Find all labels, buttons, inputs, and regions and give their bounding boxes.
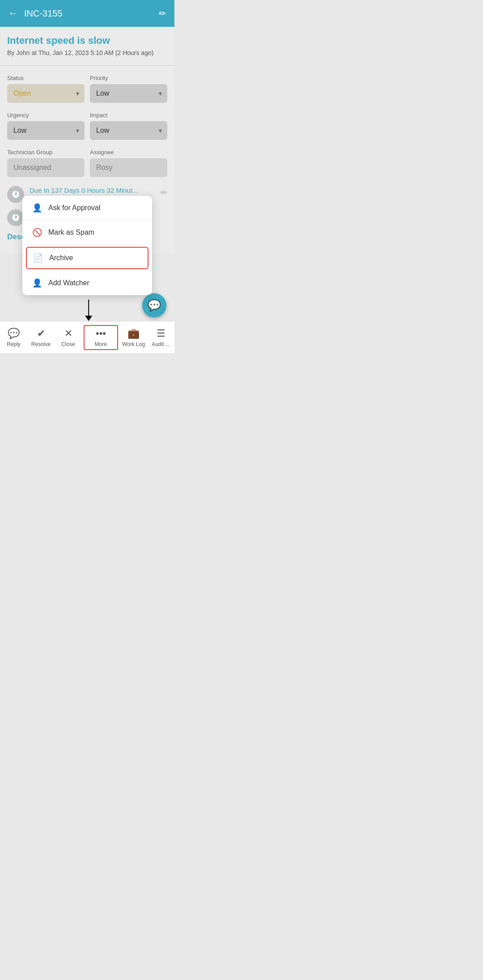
bottom-navigation: 💬 Reply ✔ Resolve ✕ Close ••• More 💼 Wor…: [0, 321, 174, 353]
due-edit-icon-1[interactable]: ✏: [161, 188, 167, 198]
chat-fab-button[interactable]: 💬: [142, 293, 166, 317]
divider: [0, 65, 174, 66]
header-left: ← INC-3155: [8, 8, 63, 19]
priority-label: Priority: [90, 75, 167, 81]
due-clock-icon-1: 🕐: [7, 186, 24, 203]
nav-close[interactable]: ✕ Close: [55, 324, 82, 351]
add-watcher-icon: 👤: [32, 278, 42, 288]
mark-spam-item[interactable]: 🚫 Mark as Spam: [22, 220, 152, 245]
more-dropdown-popup: 👤 Ask for Approval 🚫 Mark as Spam 📄 Arch…: [22, 196, 152, 295]
arrow-head: [85, 316, 92, 321]
add-watcher-item[interactable]: 👤 Add Watcher: [22, 271, 152, 295]
archive-icon: 📄: [33, 253, 43, 263]
nav-more[interactable]: ••• More: [84, 325, 118, 350]
due-clock-icon-2: 🕐: [7, 209, 24, 226]
tech-group-value: Unassigned: [7, 158, 85, 177]
nav-audit[interactable]: ☰ Audit ...: [147, 324, 174, 351]
arrow-line: [88, 300, 89, 316]
tech-assignee-row: Technician Group Unassigned Assignee Ros…: [7, 149, 167, 177]
ticket-meta: By John at Thu, Jan 12, 2023 5:10 AM (2 …: [7, 49, 167, 56]
worklog-icon: 💼: [127, 328, 140, 339]
status-priority-row: Status Open Priority Low: [7, 75, 167, 103]
more-icon: •••: [96, 328, 106, 339]
urgency-field: Urgency Low: [7, 112, 85, 140]
ask-approval-item[interactable]: 👤 Ask for Approval: [22, 196, 152, 220]
back-button[interactable]: ←: [8, 8, 18, 19]
tech-group-field: Technician Group Unassigned: [7, 149, 85, 177]
more-label: More: [95, 341, 107, 347]
mark-spam-label: Mark as Spam: [48, 228, 94, 237]
archive-item[interactable]: 📄 Archive: [26, 247, 148, 269]
ticket-title: Internet speed is slow: [7, 35, 167, 46]
arrow-indicator: [85, 300, 92, 321]
audit-label: Audit ...: [152, 341, 170, 347]
nav-worklog[interactable]: 💼 Work Log: [120, 324, 147, 351]
status-label: Status: [7, 75, 85, 81]
impact-select[interactable]: Low: [90, 121, 167, 140]
impact-label: Impact: [90, 112, 167, 118]
close-icon: ✕: [64, 328, 72, 339]
assignee-label: Assignee: [90, 149, 167, 156]
urgency-select[interactable]: Low: [7, 121, 85, 140]
resolve-icon: ✔: [37, 328, 45, 339]
urgency-select-wrapper[interactable]: Low: [7, 121, 85, 140]
status-select-wrapper[interactable]: Open: [7, 84, 85, 103]
add-watcher-label: Add Watcher: [48, 279, 89, 287]
tech-group-label: Technician Group: [7, 149, 85, 156]
priority-select[interactable]: Low: [90, 84, 167, 103]
app-header: ← INC-3155 ✏: [0, 0, 174, 27]
worklog-label: Work Log: [122, 341, 145, 347]
reply-label: Reply: [7, 341, 21, 347]
nav-resolve[interactable]: ✔ Resolve: [27, 324, 55, 351]
resolve-label: Resolve: [31, 341, 51, 347]
assignee-field: Assignee Rosy: [90, 149, 167, 177]
status-field: Status Open: [7, 75, 85, 103]
urgency-impact-row: Urgency Low Impact Low: [7, 112, 167, 140]
nav-reply[interactable]: 💬 Reply: [0, 324, 27, 351]
close-label: Close: [61, 341, 75, 347]
audit-icon: ☰: [157, 328, 165, 339]
edit-icon[interactable]: ✏: [159, 8, 166, 19]
assignee-value: Rosy: [90, 158, 167, 177]
mark-spam-icon: 🚫: [32, 228, 42, 237]
due-link-1[interactable]: Due In 137 Days 0 Hours 32 Minut...: [30, 186, 138, 195]
header-title: INC-3155: [24, 8, 63, 19]
archive-label: Archive: [49, 254, 73, 262]
impact-select-wrapper[interactable]: Low: [90, 121, 167, 140]
chat-fab-icon: 💬: [148, 299, 161, 312]
status-select[interactable]: Open: [7, 84, 85, 103]
priority-select-wrapper[interactable]: Low: [90, 84, 167, 103]
ask-approval-label: Ask for Approval: [48, 204, 101, 212]
urgency-label: Urgency: [7, 112, 85, 118]
impact-field: Impact Low: [90, 112, 167, 140]
priority-field: Priority Low: [90, 75, 167, 103]
reply-icon: 💬: [8, 328, 20, 339]
ask-approval-icon: 👤: [32, 203, 42, 213]
